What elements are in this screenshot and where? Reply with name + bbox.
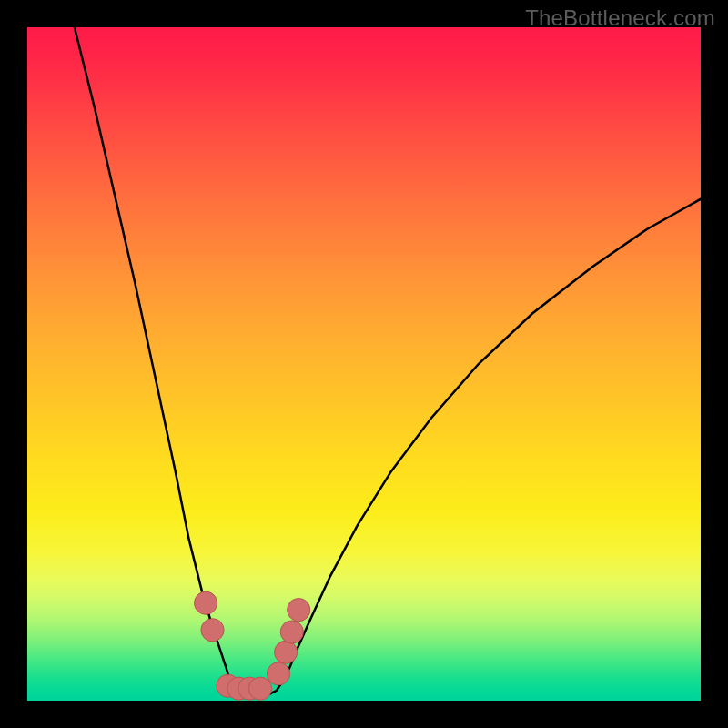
chart-root: TheBottleneck.com: [0, 0, 728, 728]
highlight-marker: [201, 619, 224, 642]
curve-right: [269, 199, 701, 694]
marker-group: [195, 592, 310, 700]
plot-area: [27, 27, 701, 701]
chart-svg: [27, 27, 701, 701]
highlight-marker: [280, 621, 303, 643]
highlight-marker: [248, 677, 271, 700]
highlight-marker: [195, 592, 217, 614]
highlight-marker: [267, 662, 289, 685]
highlight-marker: [288, 599, 310, 622]
curve-left: [75, 27, 270, 694]
highlight-marker: [238, 677, 261, 700]
highlight-marker: [217, 674, 239, 697]
highlight-marker: [228, 677, 250, 700]
watermark-text: TheBottleneck.com: [525, 5, 715, 31]
highlight-marker: [275, 641, 298, 663]
